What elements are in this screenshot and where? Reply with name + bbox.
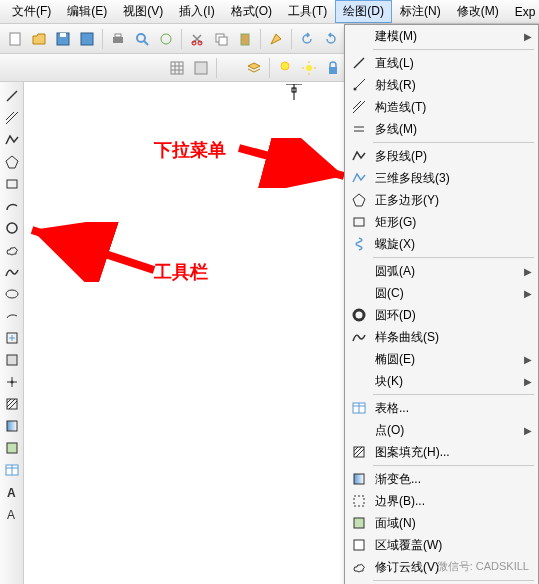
- svg-text:A: A: [7, 486, 16, 500]
- rect-tool-icon[interactable]: [2, 174, 22, 194]
- svg-line-29: [7, 91, 17, 101]
- paste-icon[interactable]: [234, 28, 256, 50]
- polygon-tool-icon[interactable]: [2, 152, 22, 172]
- menu-item-boundary[interactable]: 边界(B)...: [345, 490, 538, 512]
- point-tool-icon[interactable]: [2, 372, 22, 392]
- bulb-icon[interactable]: [274, 57, 296, 79]
- rect-icon: [351, 214, 367, 230]
- menu-item-label: 点(O): [375, 422, 404, 439]
- menu-item-region[interactable]: 面域(N): [345, 512, 538, 534]
- spline-tool-icon[interactable]: [2, 262, 22, 282]
- undo-icon[interactable]: [296, 28, 318, 50]
- menu-修改[interactable]: 修改(M): [449, 0, 507, 23]
- new-icon[interactable]: [4, 28, 26, 50]
- menu-item-mline[interactable]: 多线(M): [345, 118, 538, 140]
- menu-item-gradient[interactable]: 渐变色...: [345, 468, 538, 490]
- svg-line-42: [7, 399, 11, 403]
- revcloud-tool-icon[interactable]: [2, 240, 22, 260]
- menu-插入[interactable]: 插入(I): [171, 0, 222, 23]
- menu-item-label: 修订云线(V): [375, 559, 439, 576]
- svg-line-57: [354, 58, 364, 68]
- region-icon: [351, 515, 367, 531]
- svg-rect-65: [354, 218, 364, 226]
- menu-item-spline[interactable]: 样条曲线(S): [345, 326, 538, 348]
- donut-icon: [351, 307, 367, 323]
- menu-item-table[interactable]: 表格...: [345, 397, 538, 419]
- grid2-icon[interactable]: [190, 57, 212, 79]
- pline-tool-icon[interactable]: [2, 130, 22, 150]
- menu-文件[interactable]: 文件(F): [4, 0, 59, 23]
- cut-icon[interactable]: [186, 28, 208, 50]
- lock-icon[interactable]: [322, 57, 344, 79]
- block-tool-icon[interactable]: [2, 350, 22, 370]
- sun-icon[interactable]: [298, 57, 320, 79]
- svg-point-66: [354, 310, 364, 320]
- submenu-arrow-icon: ▶: [524, 266, 532, 277]
- menu-item-rect[interactable]: 矩形(G): [345, 211, 538, 233]
- menu-item-wipeout[interactable]: 区域覆盖(W): [345, 534, 538, 556]
- arc-tool-icon[interactable]: [2, 196, 22, 216]
- svg-line-55: [239, 148, 344, 176]
- menu-item-helix[interactable]: 螺旋(X): [345, 233, 538, 255]
- menu-item-建模(M)[interactable]: 建模(M)▶: [345, 25, 538, 47]
- open-icon[interactable]: [28, 28, 50, 50]
- svg-line-56: [32, 230, 154, 270]
- menu-item-块(K)[interactable]: 块(K)▶: [345, 370, 538, 392]
- insert-tool-icon[interactable]: [2, 328, 22, 348]
- save-icon[interactable]: [52, 28, 74, 50]
- saveas-icon[interactable]: [76, 28, 98, 50]
- menu-item-xline[interactable]: 构造线(T): [345, 96, 538, 118]
- annotation-dropdown: 下拉菜单: [154, 138, 226, 162]
- menu-绘图[interactable]: 绘图(D): [335, 0, 392, 23]
- menu-item-圆(C)[interactable]: 圆(C)▶: [345, 282, 538, 304]
- plot-icon[interactable]: [155, 28, 177, 50]
- line-tool-icon[interactable]: [2, 86, 22, 106]
- svg-rect-2: [60, 33, 66, 37]
- svg-line-71: [354, 447, 358, 451]
- preview-icon[interactable]: [131, 28, 153, 50]
- table-icon: [351, 400, 367, 416]
- menu-item-label: 区域覆盖(W): [375, 537, 442, 554]
- layers-icon[interactable]: [243, 57, 265, 79]
- match-icon[interactable]: [265, 28, 287, 50]
- menu-工具[interactable]: 工具(T): [280, 0, 335, 23]
- menu-item-3dpoly[interactable]: 三维多段线(3): [345, 167, 538, 189]
- menu-标注[interactable]: 标注(N): [392, 0, 449, 23]
- menu-item-hatch[interactable]: 图案填充(H)...: [345, 441, 538, 463]
- menu-视图[interactable]: 视图(V): [115, 0, 171, 23]
- svg-point-34: [7, 223, 17, 233]
- menu-item-pline[interactable]: 多段线(P): [345, 145, 538, 167]
- menu-编辑[interactable]: 编辑(E): [59, 0, 115, 23]
- grid-icon[interactable]: [166, 57, 188, 79]
- menu-item-点(O)[interactable]: 点(O)▶: [345, 419, 538, 441]
- wipeout-icon: [351, 537, 367, 553]
- menu-item-label: 圆(C): [375, 285, 404, 302]
- earc-tool-icon[interactable]: [2, 306, 22, 326]
- svg-rect-3: [81, 33, 93, 45]
- menu-item-label: 边界(B)...: [375, 493, 425, 510]
- print-icon[interactable]: [107, 28, 129, 50]
- menu-item-椭圆(E)[interactable]: 椭圆(E)▶: [345, 348, 538, 370]
- polygon-icon: [351, 192, 367, 208]
- menu-item-donut[interactable]: 圆环(D): [345, 304, 538, 326]
- menu-item-polygon[interactable]: 正多边形(Y): [345, 189, 538, 211]
- svg-rect-70: [354, 447, 364, 457]
- circle-tool-icon[interactable]: [2, 218, 22, 238]
- gradient-tool-icon[interactable]: [2, 416, 22, 436]
- menu-item-line[interactable]: 直线(L): [345, 52, 538, 74]
- mtext-tool-icon[interactable]: A: [2, 482, 22, 502]
- text2-tool-icon[interactable]: A: [2, 504, 22, 524]
- menu-item-ray[interactable]: 射线(R): [345, 74, 538, 96]
- hatch-tool-icon[interactable]: [2, 394, 22, 414]
- copy-icon[interactable]: [210, 28, 232, 50]
- menu-item-圆弧(A)[interactable]: 圆弧(A)▶: [345, 260, 538, 282]
- table-tool-icon[interactable]: [2, 460, 22, 480]
- menubar: 文件(F)编辑(E)视图(V)插入(I)格式(O)工具(T)绘图(D)标注(N)…: [0, 0, 539, 24]
- redo-icon[interactable]: [320, 28, 342, 50]
- ray-icon: [351, 77, 367, 93]
- region-tool-icon[interactable]: [2, 438, 22, 458]
- menu-exp[interactable]: Exp: [507, 2, 539, 22]
- menu-格式[interactable]: 格式(O): [223, 0, 280, 23]
- xline-tool-icon[interactable]: [2, 108, 22, 128]
- ellipse-tool-icon[interactable]: [2, 284, 22, 304]
